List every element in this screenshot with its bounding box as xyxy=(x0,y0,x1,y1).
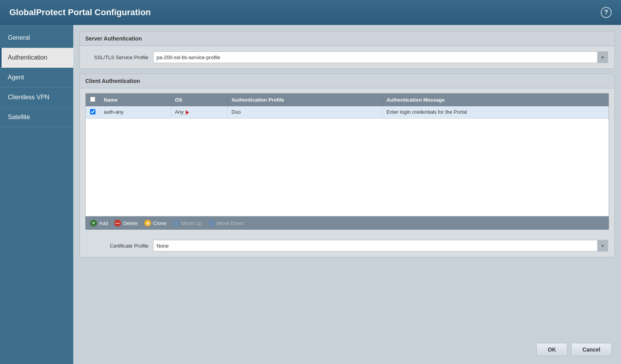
add-icon: + xyxy=(90,220,97,227)
content-area: Server Authentication SSL/TLS Service Pr… xyxy=(73,25,621,364)
sidebar-item-clientless-vpn[interactable]: Clientless VPN xyxy=(0,88,73,107)
add-button[interactable]: + Add xyxy=(90,220,108,227)
ok-button[interactable]: OK xyxy=(536,343,567,356)
certificate-label: Certificate Profile xyxy=(86,243,148,249)
row-auth-profile-cell: Duo xyxy=(228,106,383,119)
clone-button[interactable]: ◎ Clone xyxy=(144,220,166,227)
row-name-cell: auth-any xyxy=(100,106,171,119)
client-auth-panel: Client Authentication Name OS Auth xyxy=(79,74,615,257)
certificate-select-wrapper: None ▼ xyxy=(153,240,608,251)
ssl-select[interactable]: pa-200-ssl-tls-service-profileNone xyxy=(153,51,608,63)
move-up-button[interactable]: ↑ Move Up xyxy=(173,220,202,227)
col-header-checkbox xyxy=(86,93,100,106)
red-triangle-icon xyxy=(186,110,189,115)
client-auth-table: Name OS Authentication Profile Authentic… xyxy=(86,93,609,119)
sidebar-item-satellite[interactable]: Satellite xyxy=(0,107,73,127)
main-layout: General Authentication Agent Clientless … xyxy=(0,25,621,364)
table-toolbar: + Add — Delete ◎ Clone ↑ Move Up xyxy=(85,216,609,230)
app-title: GlobalProtect Portal Configuration xyxy=(9,7,151,18)
client-auth-body: Name OS Authentication Profile Authentic… xyxy=(80,88,614,234)
footer: OK Cancel xyxy=(536,343,612,356)
table-row[interactable]: auth-any Any Duo Enter login credentials… xyxy=(86,106,609,119)
cancel-button[interactable]: Cancel xyxy=(571,343,612,356)
ssl-label: SSL/TLS Service Profile xyxy=(86,55,148,60)
certificate-section: Certificate Profile None ▼ xyxy=(80,234,614,257)
client-auth-table-container: Name OS Authentication Profile Authentic… xyxy=(85,93,609,216)
clone-icon: ◎ xyxy=(144,220,151,227)
sidebar: General Authentication Agent Clientless … xyxy=(0,25,73,364)
col-header-os: OS xyxy=(171,93,227,106)
server-auth-panel: Server Authentication SSL/TLS Service Pr… xyxy=(79,31,615,69)
table-empty-area xyxy=(86,119,609,216)
certificate-select[interactable]: None xyxy=(153,240,608,251)
header-checkbox[interactable] xyxy=(90,97,95,102)
row-checkbox[interactable] xyxy=(90,109,95,114)
client-auth-title: Client Authentication xyxy=(80,74,614,88)
help-icon[interactable]: ? xyxy=(601,7,612,18)
move-down-icon: ↓ xyxy=(208,220,215,227)
col-header-auth-profile: Authentication Profile xyxy=(228,93,383,106)
title-bar: GlobalProtect Portal Configuration ? xyxy=(0,0,621,25)
move-up-icon: ↑ xyxy=(173,220,180,227)
move-down-button[interactable]: ↓ Move Down xyxy=(208,220,244,227)
table-header-row: Name OS Authentication Profile Authentic… xyxy=(86,93,609,106)
row-os-cell: Any xyxy=(171,106,227,119)
col-header-name: Name xyxy=(100,93,171,106)
server-auth-title: Server Authentication xyxy=(80,32,614,46)
sidebar-item-authentication[interactable]: Authentication xyxy=(0,48,73,68)
sidebar-item-general[interactable]: General xyxy=(0,28,73,48)
ssl-tls-row: SSL/TLS Service Profile pa-200-ssl-tls-s… xyxy=(86,51,608,63)
col-header-auth-message: Authentication Message xyxy=(382,93,608,106)
row-auth-message-cell: Enter login credentials for the Portal xyxy=(382,106,608,119)
ssl-select-wrapper: pa-200-ssl-tls-service-profileNone ▼ xyxy=(153,51,608,63)
sidebar-item-agent[interactable]: Agent xyxy=(0,68,73,88)
row-checkbox-cell xyxy=(86,106,100,119)
certificate-row: Certificate Profile None ▼ xyxy=(86,240,608,251)
delete-button[interactable]: — Delete xyxy=(114,220,138,227)
delete-icon: — xyxy=(114,220,121,227)
server-auth-body: SSL/TLS Service Profile pa-200-ssl-tls-s… xyxy=(80,46,614,69)
